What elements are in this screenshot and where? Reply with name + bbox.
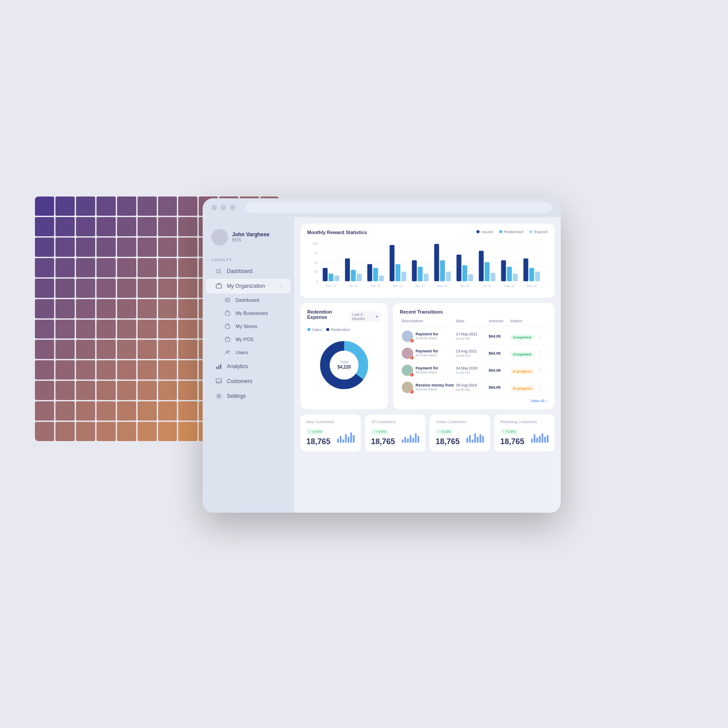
chevron-down-icon: ▾ xyxy=(376,314,378,319)
table-row: ♥ Payment for Annette Black 24 May 20190… xyxy=(400,362,548,379)
svg-text:Apr '22: Apr '22 xyxy=(415,284,425,288)
svg-text:Sep '22: Sep '22 xyxy=(526,284,537,288)
th-more xyxy=(538,319,546,323)
stat-value: 18,765 xyxy=(436,437,460,446)
sidebar-item-sub-dashboard[interactable]: Dashboard xyxy=(218,293,291,307)
redemption-title: Redemtion Expense xyxy=(307,309,350,320)
mini-bar xyxy=(407,438,409,443)
dashboard-icon: ⊡ xyxy=(215,267,223,275)
mini-bar xyxy=(348,437,349,443)
table-row: ♥ Payment for Annette Black 13 Aug 20210… xyxy=(400,345,548,362)
th-description: Description xyxy=(402,319,456,323)
stat-badge: ↑ +2.6% xyxy=(307,429,324,435)
trans-more-button[interactable]: ⋮ xyxy=(538,367,546,373)
trans-avatar: ♥ xyxy=(402,365,413,376)
view-all-button[interactable]: View All › xyxy=(400,396,548,403)
svg-rect-32 xyxy=(379,275,383,281)
sidebar-item-users[interactable]: Users xyxy=(218,346,291,359)
svg-rect-55 xyxy=(507,266,511,281)
donut-filter[interactable]: Last 6 Months ▾ xyxy=(349,311,380,322)
monthly-chart-card: Monthly Reward Statistics Issued Redeeme… xyxy=(300,224,555,298)
legend-label-expired: Expired xyxy=(534,230,548,234)
donut-chart-svg: Total $4,220 xyxy=(318,339,370,391)
status-badge: Completed xyxy=(511,335,534,340)
status-badge: In progress xyxy=(511,369,535,374)
avatar xyxy=(211,229,228,245)
donut-header: Redemtion Expense Last 6 Months ▾ xyxy=(307,309,381,324)
trans-more-button[interactable]: ⋮ xyxy=(538,350,546,356)
monthly-chart-title: Monthly Reward Statistics xyxy=(307,230,367,235)
donut-label-sales: Sales xyxy=(312,328,322,332)
trans-status: In progress xyxy=(511,383,538,391)
sidebar-item-my-organization[interactable]: My Organization › xyxy=(206,279,291,293)
mini-bar xyxy=(402,439,404,443)
arrow-up-icon: ↑ xyxy=(438,430,440,434)
mini-bar xyxy=(480,434,481,443)
trans-name: Annette Black xyxy=(416,387,454,391)
sidebar-item-settings[interactable]: Settings xyxy=(206,389,291,404)
svg-rect-30 xyxy=(367,264,372,281)
mini-bar xyxy=(353,435,355,443)
legend-issued: Issued xyxy=(476,230,493,234)
trans-type: Payment for xyxy=(416,349,438,353)
arrow-up-icon: ↑ xyxy=(309,430,311,434)
sidebar-item-analytics[interactable]: Analytics xyxy=(206,359,291,374)
trans-more-button[interactable]: ⋮ xyxy=(538,384,546,390)
svg-rect-40 xyxy=(423,273,428,281)
trans-more-button[interactable]: ⋮ xyxy=(538,333,546,339)
svg-rect-36 xyxy=(401,272,406,281)
sidebar-sub-label: My Stores xyxy=(236,324,258,329)
donut-dot-redemption xyxy=(326,328,329,331)
stat-label: Active Customers xyxy=(436,420,484,424)
mini-bar-chart xyxy=(337,430,355,443)
chevron-icon: › xyxy=(280,283,282,288)
mini-bar xyxy=(482,436,484,443)
browser-dot-green xyxy=(230,205,235,210)
legend-expired: Expired xyxy=(529,230,548,234)
mini-bar xyxy=(340,436,342,443)
mini-bar xyxy=(547,435,549,443)
stat-card: Retaining Customers ↑ +2.6% 18,765 xyxy=(494,414,555,452)
svg-rect-50 xyxy=(479,251,483,281)
svg-rect-54 xyxy=(501,260,506,281)
trans-type: Payment for xyxy=(416,366,438,370)
sidebar-item-customers[interactable]: Customers xyxy=(206,374,291,389)
businesses-icon xyxy=(224,309,231,317)
svg-text:Dec '21: Dec '21 xyxy=(326,284,336,288)
svg-rect-46 xyxy=(456,254,461,281)
th-amount: Amount xyxy=(489,319,511,323)
stat-value: 18,765 xyxy=(307,437,331,446)
stat-badge: ↑ +2.6% xyxy=(436,429,453,435)
sidebar-submenu: Dashboard My Businesses xyxy=(215,293,294,359)
svg-rect-38 xyxy=(412,260,417,281)
browser-dot-red xyxy=(211,205,217,210)
legend-redeemed: Redeemed xyxy=(499,230,523,234)
mini-bar xyxy=(404,437,406,443)
mini-bar-chart xyxy=(531,430,549,443)
sidebar-item-my-stores[interactable]: My Stores xyxy=(218,320,291,333)
svg-rect-7 xyxy=(216,367,217,369)
svg-text:Feb '22: Feb '22 xyxy=(370,284,380,288)
arrow-up-icon: ↑ xyxy=(373,430,375,434)
sidebar-section-loyalty: LOYALTY xyxy=(203,254,294,264)
sidebar-item-my-pos[interactable]: My POS xyxy=(218,333,291,346)
legend-dot-issued xyxy=(476,230,480,233)
mini-bar xyxy=(410,435,411,443)
mini-bar xyxy=(412,438,414,443)
svg-rect-47 xyxy=(462,265,467,281)
sidebar-item-dashboard[interactable]: ⊡ Dashboard xyxy=(206,264,291,279)
transactions-card: Recent Transitions Description Date Amou… xyxy=(393,303,555,409)
trans-desc-text: Receive money from Annette Black xyxy=(416,383,454,391)
svg-rect-9 xyxy=(220,364,221,369)
legend-dot-expired xyxy=(529,230,532,233)
table-row: ♥ Receive money from Annette Black 29 Au… xyxy=(400,379,548,396)
mini-bar xyxy=(417,436,419,443)
trans-time: 04:50 PM xyxy=(456,354,470,358)
svg-rect-24 xyxy=(334,275,339,281)
trans-status: Completed xyxy=(511,332,538,340)
donut-dot-sales xyxy=(307,328,311,331)
sidebar-item-my-businesses[interactable]: My Businesses xyxy=(218,307,291,320)
trans-name: Annette Black xyxy=(416,370,438,374)
svg-rect-1 xyxy=(225,298,230,302)
pos-icon xyxy=(224,335,231,343)
